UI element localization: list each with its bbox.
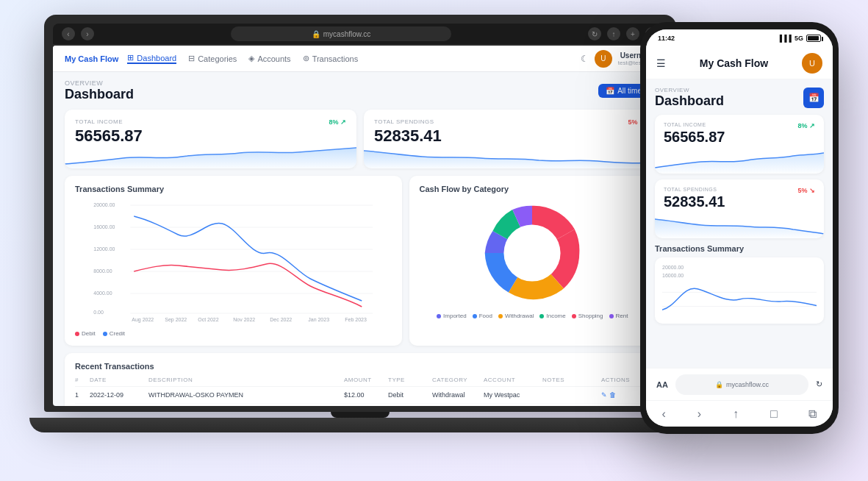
svg-text:Oct 2022: Oct 2022 <box>198 317 219 322</box>
calendar-icon: 📅 <box>808 93 819 103</box>
phone-url-text: mycashflow.cc <box>726 381 769 388</box>
laptop-screen: My Cash Flow ⊞ Dashboard ⊟ Categories ◈ … <box>53 46 667 406</box>
phone-share-btn[interactable]: ↑ <box>733 407 739 421</box>
svg-text:Sep 2022: Sep 2022 <box>165 317 187 323</box>
phone-bottom-nav: ‹ › ↑ □ ⧉ <box>646 400 833 427</box>
donut-svg <box>477 198 587 308</box>
dashboard-title-area: OVERVIEW Dashboard <box>65 79 134 102</box>
phone-battery <box>806 35 821 42</box>
laptop-back-btn[interactable]: ‹ <box>62 27 75 40</box>
phone-status-right: ▐▐▐ 5G <box>778 35 821 42</box>
phone-chart-y1: 20000.00 <box>662 265 684 270</box>
phone-income-value: 56565.87 <box>664 129 815 146</box>
nav-categories[interactable]: ⊟ Categories <box>188 54 237 63</box>
charts-row: Transactions Summary 20000.00 16000.00 1… <box>65 176 656 346</box>
main-nav: ⊞ Dashboard ⊟ Categories ◈ Accounts ⊚ Tr… <box>127 53 358 64</box>
row-id: 1 <box>75 391 90 399</box>
col-amount: AMOUNT <box>344 377 388 383</box>
phone-frame: 11:42 ▐▐▐ 5G ☰ My Cash Flow U <box>640 22 839 434</box>
browser-chrome: My Cash Flow ⊞ Dashboard ⊟ Categories ◈ … <box>53 46 667 72</box>
income-chart <box>65 142 356 168</box>
legend-credit: Credit <box>103 330 125 337</box>
phone-time: 11:42 <box>658 35 675 42</box>
phone-calendar-btn[interactable]: 📅 <box>803 88 824 108</box>
dark-mode-icon[interactable]: ☾ <box>581 54 589 64</box>
phone-reload-btn[interactable]: ↻ <box>816 380 822 389</box>
phone-spending-label: TOTAL SPENDINGS <box>664 187 815 192</box>
url-text: mycashflow.cc <box>323 30 370 38</box>
debit-legend-label: Debit <box>82 330 96 337</box>
col-category: CATEGORY <box>432 377 484 383</box>
phone-spending-value: 52835.41 <box>664 193 815 210</box>
calendar-icon: 📅 <box>606 87 614 95</box>
phone-income-chart <box>655 147 824 174</box>
phone-bottom-browser-bar: AA 🔒 mycashflow.cc ↻ <box>646 368 833 400</box>
stat-cards: TOTAL INCOME 56565.87 8% ↗ <box>65 110 656 168</box>
phone-tabs-btn[interactable]: ⧉ <box>808 407 817 421</box>
phone-income-badge: 8% ↗ <box>797 122 815 129</box>
phone-font-size-btn[interactable]: AA <box>656 380 668 389</box>
laptop-url-bar[interactable]: 🔒 mycashflow.cc <box>231 26 451 41</box>
phone-back-btn[interactable]: ‹ <box>661 407 665 421</box>
nav-dashboard[interactable]: ⊞ Dashboard <box>127 53 176 64</box>
phone-overview-label: OVERVIEW <box>655 87 724 93</box>
col-description: DESCRIPTION <box>148 377 344 383</box>
phone-transactions-svg <box>662 281 817 318</box>
phone-income-card: TOTAL INCOME 56565.87 8% ↗ <box>655 115 824 174</box>
recent-transactions-card: Recent Transactions # DATE DESCRIPTION A… <box>65 353 656 406</box>
phone-user-avatar[interactable]: U <box>802 53 822 74</box>
legend-food: Food <box>473 313 492 319</box>
svg-text:Aug 2022: Aug 2022 <box>132 317 154 323</box>
row-account: My Westpac <box>484 391 542 399</box>
credit-legend-label: Credit <box>110 330 125 337</box>
legend-income: Income <box>539 313 565 319</box>
phone-lock-icon: 🔒 <box>715 381 723 388</box>
categories-icon: ⊟ <box>188 54 195 63</box>
dashboard-title: Dashboard <box>65 87 134 102</box>
transactions-chart-legend: Debit Credit <box>75 330 392 337</box>
spending-chart <box>364 142 656 168</box>
dashboard-header: OVERVIEW Dashboard 📅 All time ▾ <box>65 79 656 102</box>
phone-dashboard-title: Dashboard <box>655 93 724 109</box>
col-type: TYPE <box>388 377 432 383</box>
phone-container: 11:42 ▐▐▐ 5G ☰ My Cash Flow U <box>640 22 839 434</box>
app-logo: My Cash Flow <box>65 54 118 63</box>
reload-btn[interactable]: ↻ <box>588 27 601 40</box>
phone-forward-btn[interactable]: › <box>697 407 701 421</box>
table-header: # DATE DESCRIPTION AMOUNT TYPE CATEGORY … <box>75 377 645 387</box>
spending-card: TOTAL SPENDINGS 52835.41 5% ↘ <box>364 110 656 168</box>
row-amount: $12.00 <box>344 391 388 399</box>
laptop-top-bar: ‹ › 🔒 mycashflow.cc ↻ ↑ + ⧉ <box>53 24 667 44</box>
nav-transactions[interactable]: ⊚ Transactions <box>303 54 359 63</box>
phone-mini-chart: 20000.00 16000.00 <box>655 257 824 324</box>
phone-bookmarks-btn[interactable]: □ <box>770 407 778 421</box>
row-description: WITHDRAWAL-OSKO PAYMEN <box>148 391 344 399</box>
svg-text:Dec 2022: Dec 2022 <box>270 317 292 322</box>
share-btn[interactable]: ↑ <box>607 27 620 40</box>
income-badge: 8% ↗ <box>329 118 346 126</box>
add-tab-btn[interactable]: + <box>626 27 639 40</box>
laptop-forward-btn[interactable]: › <box>81 27 94 40</box>
user-avatar: U <box>595 50 612 68</box>
debit-legend-dot <box>75 332 79 336</box>
phone-chart-y2: 16000.00 <box>662 273 684 278</box>
phone-spending-chart <box>655 212 824 238</box>
row-actions[interactable]: ✎ 🗑 <box>601 391 645 399</box>
legend-withdrawal: Withdrawal <box>498 313 534 319</box>
svg-text:20000.00: 20000.00 <box>93 202 115 207</box>
nav-accounts[interactable]: ◈ Accounts <box>248 54 290 63</box>
phone-url-bar[interactable]: 🔒 mycashflow.cc <box>675 374 808 395</box>
credit-legend-dot <box>103 332 107 336</box>
svg-text:16000.00: 16000.00 <box>93 224 115 229</box>
phone-app-header: ☰ My Cash Flow U <box>646 47 833 79</box>
svg-text:8000.00: 8000.00 <box>93 268 112 274</box>
dashboard-content: OVERVIEW Dashboard 📅 All time ▾ TOTAL IN… <box>53 72 667 406</box>
battery-fill <box>808 36 819 40</box>
row-type: Debit <box>388 391 432 399</box>
hamburger-icon[interactable]: ☰ <box>656 57 666 69</box>
legend-shopping: Shopping <box>572 313 603 319</box>
svg-text:Nov 2022: Nov 2022 <box>233 317 255 322</box>
lock-icon: 🔒 <box>312 30 320 38</box>
phone-screen: 11:42 ▐▐▐ 5G ☰ My Cash Flow U <box>646 29 833 427</box>
row-date: 2022-12-09 <box>90 391 148 399</box>
